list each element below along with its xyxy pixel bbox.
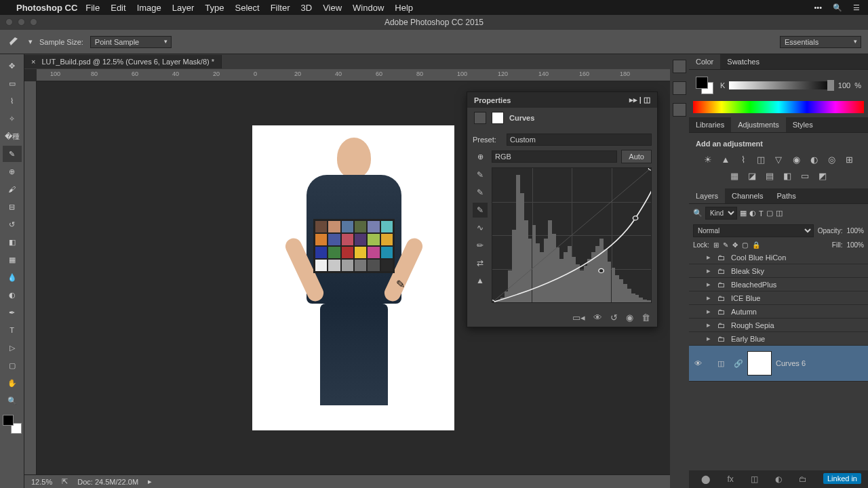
delete-adj-icon[interactable]: 🗑 [642,312,650,323]
stamp-tool-icon[interactable]: ⊟ [3,199,22,215]
shape-tool-icon[interactable]: ▢ [3,357,22,373]
curves-adj-icon[interactable]: ⌇ [736,153,750,165]
gradient-map-adj-icon[interactable]: ▭ [798,169,812,182]
channel-mixer-adj-icon[interactable]: ⊞ [842,153,856,165]
hue-adj-icon[interactable]: ◉ [789,153,803,165]
layers-tab[interactable]: Layers [689,188,725,203]
curves-thumb-icon[interactable] [474,112,486,124]
channel-select[interactable]: RGB [492,150,617,163]
blur-tool-icon[interactable]: 💧 [3,269,22,285]
opacity-value[interactable]: 100% [846,227,864,235]
fill-value[interactable]: 100% [846,241,864,249]
path-select-tool-icon[interactable]: ▷ [3,340,22,356]
expand-icon[interactable]: ▸ [707,321,713,329]
zoom-tool-icon[interactable]: 🔍 [3,392,22,409]
bw-adj-icon[interactable]: ◐ [807,153,821,165]
expand-icon[interactable]: ▸ [707,293,713,302]
properties-panel[interactable]: Properties ▸▸ | ◫ Curves Preset: Custom … [467,92,658,327]
menu-view[interactable]: View [323,3,342,13]
visibility-icon[interactable]: 👁 [693,359,703,367]
posterize-adj-icon[interactable]: ▤ [763,169,776,182]
menu-edit[interactable]: Edit [111,3,125,13]
white-point-icon[interactable]: ✎ [473,203,488,218]
eyedropper-tool-icon[interactable]: ✎ [3,146,22,162]
layer-group-row[interactable]: ▸ 🗀 BleachedPlus [689,278,868,291]
paths-tab[interactable]: Paths [770,188,803,203]
mask-thumb[interactable] [747,351,772,375]
preview-icon[interactable]: ◉ [626,312,633,323]
filter-type-icon[interactable]: T [759,209,764,218]
gradient-tool-icon[interactable]: ▦ [3,251,22,268]
collapse-icon[interactable]: ▸▸ | ◫ [629,96,650,104]
exposure-adj-icon[interactable]: ◫ [754,153,768,165]
crop-tool-icon[interactable]: �種 [3,128,22,144]
lock-paint-icon[interactable]: ✎ [723,241,728,249]
filter-smart-icon[interactable]: ◫ [776,209,783,218]
preset-select[interactable]: Custom [507,134,652,146]
filter-shape-icon[interactable]: ▢ [766,209,773,218]
layer-group-row[interactable]: ▸ 🗀 Cool Blue HiCon [689,251,868,264]
overflow-icon[interactable]: ••• [814,3,822,12]
lasso-tool-icon[interactable]: ⌇ [3,93,22,109]
channels-tab[interactable]: Channels [725,188,770,203]
dodge-tool-icon[interactable]: ◐ [3,287,22,303]
edit-curve-icon[interactable]: ∿ [473,220,488,235]
layer-filter-kind[interactable]: Kind [705,207,737,220]
invert-adj-icon[interactable]: ◪ [745,169,759,182]
lock-all-icon[interactable]: 🔒 [752,241,760,249]
mask-thumb-icon[interactable] [492,112,504,124]
expand-icon[interactable]: ▸ [707,253,713,262]
expand-icon[interactable]: ▸ [707,307,713,316]
libraries-tab[interactable]: Libraries [689,117,731,132]
tool-preset-chevron-icon[interactable]: ▾ [28,37,33,46]
swatches-tab[interactable]: Swatches [720,54,766,69]
menu-help[interactable]: Help [395,3,413,13]
layer-group-row[interactable]: ▸ 🗀 ICE Blue [689,291,868,305]
hist-toggle-icon[interactable]: ▲ [473,273,488,288]
link-layers-icon[interactable]: ⬤ [701,474,710,484]
blend-mode-select[interactable]: Normal [693,224,814,237]
menu-select[interactable]: Select [235,3,259,13]
black-point-icon[interactable]: ✎ [473,167,488,182]
levels-adj-icon[interactable]: ▲ [719,153,732,165]
brushes-panel-icon[interactable] [673,103,686,117]
selective-color-adj-icon[interactable]: ◩ [816,169,829,182]
new-group-icon[interactable]: 🗀 [799,474,807,484]
wand-tool-icon[interactable]: ✧ [3,110,22,127]
lock-trans-icon[interactable]: ⊞ [713,241,719,249]
list-icon[interactable]: ☰ [853,3,860,12]
k-slider[interactable] [729,81,834,89]
sample-size-select[interactable]: Point Sample [90,36,172,48]
curves-graph[interactable] [492,167,652,303]
draw-curve-icon[interactable]: ✏ [473,238,488,253]
eraser-tool-icon[interactable]: ◧ [3,234,22,250]
doc-info-chevron-icon[interactable]: ▸ [148,477,152,486]
search-icon[interactable]: 🔍 [833,3,842,12]
zoom-level[interactable]: 12.5% [31,478,52,486]
fg-bg-color[interactable] [3,415,22,434]
toggle-visibility-icon[interactable]: 👁 [593,312,602,323]
brush-tool-icon[interactable]: 🖌 [3,181,22,197]
styles-tab[interactable]: Styles [786,117,820,132]
menu-filter[interactable]: Filter [271,3,290,13]
color-lookup-adj-icon[interactable]: ▦ [728,169,741,182]
layer-fx-icon[interactable]: fx [727,474,733,484]
spectrum-bar[interactable] [693,101,864,113]
hand-tool-icon[interactable]: ✋ [3,375,22,391]
clip-to-layer-icon[interactable]: ▭◂ [572,312,585,323]
auto-button[interactable]: Auto [621,150,652,163]
menu-3d[interactable]: 3D [301,3,313,13]
history-brush-tool-icon[interactable]: ↺ [3,216,22,232]
brightness-adj-icon[interactable]: ☀ [701,153,715,165]
document-tab[interactable]: × LUT_Build.psd @ 12.5% (Curves 6, Layer… [24,55,222,68]
layer-list[interactable]: ▸ 🗀 Cool Blue HiCon ▸ 🗀 Bleak Sky ▸ 🗀 Bl… [689,251,868,470]
reset-icon[interactable]: ↺ [610,312,618,323]
expand-icon[interactable]: ▸ [707,280,713,289]
history-panel-icon[interactable] [673,60,686,73]
layer-group-row[interactable]: ▸ 🗀 Rough Sepia [689,319,868,332]
filter-image-icon[interactable]: ▦ [740,209,747,218]
vibrance-adj-icon[interactable]: ▽ [772,153,785,165]
marquee-tool-icon[interactable]: ▭ [3,75,22,92]
adjustments-tab[interactable]: Adjustments [731,117,786,132]
menu-layer[interactable]: Layer [172,3,195,13]
